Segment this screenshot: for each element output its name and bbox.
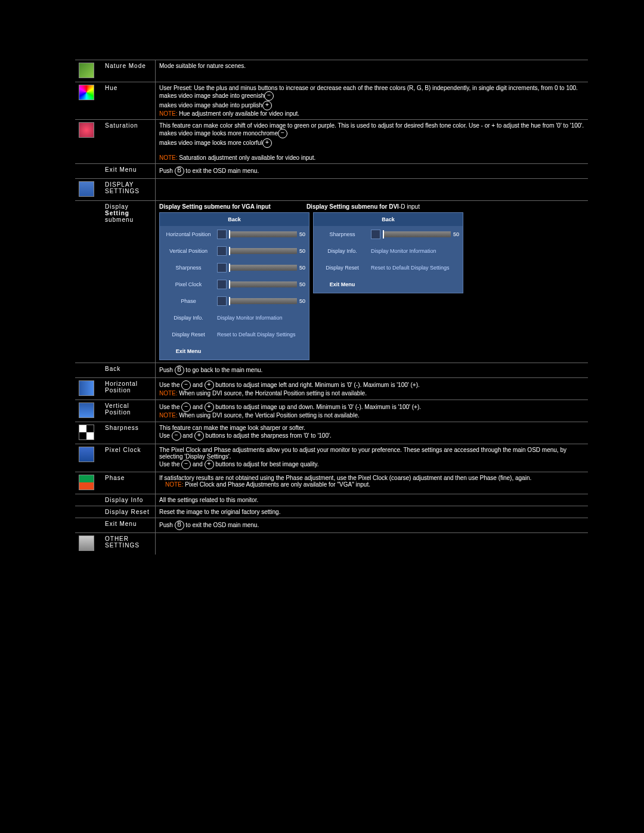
desc-line: Push B to exit the OSD main menu. — [159, 521, 584, 530]
slider-value: 50 — [299, 281, 305, 287]
osd-back[interactable]: Back — [160, 213, 309, 226]
slider[interactable] — [229, 281, 297, 287]
desc-line: Reset the image to the original factory … — [159, 509, 584, 515]
row-label: Sharpness — [101, 422, 156, 444]
osd-row[interactable]: Phase50 — [160, 293, 309, 309]
row-label: Nature Mode — [101, 60, 156, 82]
row-label: DISPLAY SETTINGS — [101, 179, 156, 201]
slider-icon — [217, 246, 227, 256]
menu-button-icon: B — [175, 166, 184, 176]
slider[interactable] — [229, 231, 297, 237]
slider[interactable] — [229, 265, 297, 271]
row-label: Pixel Clock — [101, 444, 156, 472]
hpos-icon — [79, 380, 94, 396]
osd-row[interactable]: Display Info.Display Monitor Information — [160, 309, 309, 326]
osd-row[interactable]: Vertical Position50 — [160, 243, 309, 259]
dvi-heading: Display Setting submenu for DVI-D input — [306, 203, 420, 210]
osd-row[interactable]: Sharpness50 — [314, 226, 463, 243]
osd-action[interactable]: Display Monitor Information — [371, 248, 436, 254]
osd-row[interactable]: Exit Menu — [160, 343, 309, 360]
row-label: Hue — [101, 82, 156, 120]
desc-line: Push B to go back to the main menu. — [159, 366, 584, 375]
osd-row[interactable]: Exit Menu — [314, 276, 463, 293]
phase-icon — [79, 475, 94, 490]
osd-submenu: BackHorizontal Position50Vertical Positi… — [159, 212, 309, 360]
desc-line: NOTE: Saturation adjustment only availab… — [159, 154, 584, 161]
desc-line — [159, 148, 584, 154]
slider-value: 50 — [453, 231, 459, 237]
slider-icon — [371, 230, 380, 239]
row-label: Vertical Position — [101, 400, 156, 422]
row-label: Phase — [101, 472, 156, 494]
slider-value: 50 — [299, 298, 305, 304]
desc-line: NOTE: Hue adjustment only available for … — [159, 110, 584, 117]
minus-icon: − — [172, 431, 181, 441]
desc-line: Mode suitable for nature scenes. — [159, 63, 584, 69]
hue-icon — [79, 85, 94, 100]
plus-icon: + — [262, 138, 272, 148]
plus-icon: + — [205, 380, 214, 390]
row-label: DisplaySettingsubmenu — [101, 201, 156, 363]
desc-line: NOTE: When using DVI source, the Vertica… — [159, 412, 584, 419]
osd-row[interactable]: Display ResetReset to Default Display Se… — [160, 326, 309, 343]
row-label: Horizontal Position — [101, 378, 156, 400]
minus-icon: − — [278, 129, 287, 138]
desc-line: makes video image looks more monochrome− — [159, 129, 584, 138]
slider-icon — [217, 263, 227, 272]
row-label: OTHER SETTINGS — [101, 533, 156, 555]
slider-icon — [217, 230, 227, 239]
desc-line: This feature can make the image look sha… — [159, 425, 584, 431]
minus-icon: − — [181, 402, 191, 412]
osd-action[interactable]: Reset to Default Display Settings — [217, 332, 296, 337]
slider-value: 50 — [299, 248, 305, 254]
minus-icon: − — [181, 460, 191, 469]
row-label: Display Info — [101, 494, 156, 506]
desc-line: User Preset: Use the plus and minus butt… — [159, 85, 584, 91]
desc-line: NOTE: When using DVI source, the Horizon… — [159, 390, 584, 397]
osd-row[interactable]: Pixel Clock50 — [160, 276, 309, 293]
row-label: Back — [101, 363, 156, 378]
desc-line: makes video image shade into purplish+ — [159, 101, 584, 110]
osd-row[interactable]: Horizontal Position50 — [160, 226, 309, 243]
osd-action[interactable]: Reset to Default Display Settings — [371, 265, 450, 271]
pixelclock-icon — [79, 447, 94, 462]
desc-line: If satisfactory results are not obtained… — [159, 475, 584, 481]
osd-back[interactable]: Back — [314, 213, 463, 226]
row-label: Display Reset — [101, 506, 156, 518]
desc-line: Push B to exit the OSD main menu. — [159, 166, 584, 176]
desc-line: makes video image looks more colorful+ — [159, 138, 584, 148]
osd-submenu: BackSharpness50Display Info.Display Moni… — [313, 212, 463, 293]
desc-line: Use the − and + buttons to adjust image … — [159, 402, 584, 412]
other-settings-icon — [79, 535, 94, 551]
row-label: Exit Menu — [101, 164, 156, 179]
vga-heading: Display Setting submenu for VGA input — [159, 203, 271, 210]
desc-line: NOTE: Pixel Clock and Phase Adjustments … — [159, 481, 584, 488]
saturation-icon — [79, 122, 94, 138]
desc-line: All the settings related to this monitor… — [159, 497, 584, 503]
slider-icon — [217, 296, 227, 306]
slider-value: 50 — [299, 265, 305, 271]
slider-value: 50 — [299, 231, 305, 237]
vpos-icon — [79, 402, 94, 418]
slider[interactable] — [229, 248, 297, 254]
row-label: Saturation — [101, 120, 156, 164]
osd-row[interactable]: Sharpness50 — [160, 259, 309, 276]
plus-icon: + — [205, 402, 214, 412]
osd-row[interactable]: Display ResetReset to Default Display Se… — [314, 259, 463, 276]
menu-button-icon: B — [175, 521, 184, 530]
plus-icon: + — [262, 101, 272, 110]
osd-row[interactable]: Display Info.Display Monitor Information — [314, 243, 463, 259]
slider[interactable] — [383, 231, 451, 237]
desc-line: Use the − and + buttons to adjust image … — [159, 380, 584, 390]
desc-line: Use the − and + buttons to adjust for be… — [159, 460, 584, 469]
menu-button-icon: B — [175, 366, 184, 375]
slider[interactable] — [229, 298, 297, 304]
row-label: Exit Menu — [101, 518, 156, 533]
minus-icon: − — [264, 91, 274, 101]
minus-icon: − — [181, 380, 191, 390]
plus-icon: + — [194, 431, 204, 441]
sharpness-icon — [79, 425, 94, 440]
osd-action[interactable]: Display Monitor Information — [217, 315, 283, 321]
desc-line: This feature can make color shift of vid… — [159, 122, 584, 129]
nature-icon — [79, 63, 94, 78]
